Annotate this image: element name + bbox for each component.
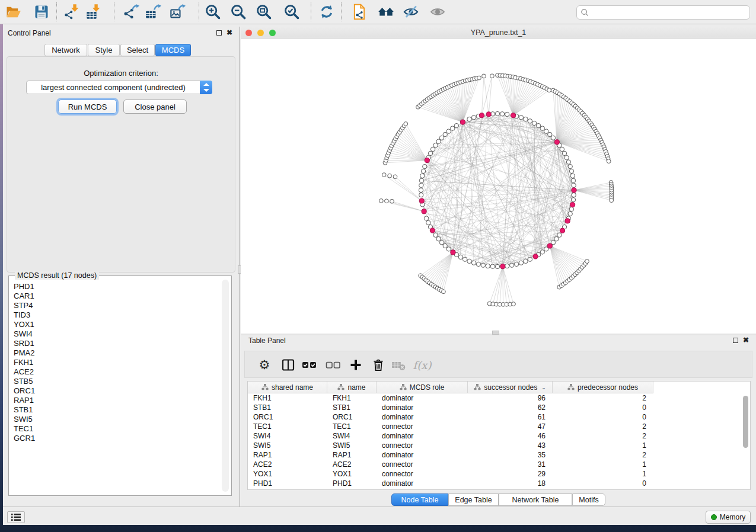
network-node[interactable] xyxy=(430,147,435,151)
network-node[interactable] xyxy=(446,129,451,133)
table-row-PHD1[interactable]: PHD1PHD1dominator180 xyxy=(248,479,750,488)
mcds-result-item[interactable]: STB5 xyxy=(14,377,221,386)
network-node[interactable] xyxy=(458,255,462,259)
network-node[interactable] xyxy=(519,261,523,265)
mcds-network-node[interactable] xyxy=(451,250,455,255)
mcds-network-node[interactable] xyxy=(460,120,465,124)
open-file-button[interactable] xyxy=(4,3,22,21)
network-node[interactable] xyxy=(379,199,383,203)
mcds-network-node[interactable] xyxy=(479,113,484,118)
mcds-network-node[interactable] xyxy=(511,113,516,118)
network-node[interactable] xyxy=(404,122,408,126)
run-mcds-button[interactable]: Run MCDS xyxy=(58,100,117,114)
mcds-network-node[interactable] xyxy=(554,140,559,145)
network-node[interactable] xyxy=(443,132,447,136)
network-node[interactable] xyxy=(540,126,544,130)
search-input[interactable] xyxy=(589,7,749,18)
split-view-icon[interactable] xyxy=(279,356,297,374)
network-node[interactable] xyxy=(554,237,559,241)
export-table-button[interactable] xyxy=(145,3,162,21)
hide-selected-button[interactable] xyxy=(402,3,420,21)
mcds-result-item[interactable]: GCR1 xyxy=(14,434,221,443)
mcds-network-node[interactable] xyxy=(560,228,564,233)
tab-network-table[interactable]: Network Table xyxy=(499,493,572,506)
network-node[interactable] xyxy=(419,183,423,187)
mcds-result-item[interactable]: ORC1 xyxy=(14,386,221,396)
network-node[interactable] xyxy=(564,155,569,159)
network-node[interactable] xyxy=(443,243,447,248)
mcds-result-list[interactable]: PHD1CAR1STP4TID3YOX1SWI4SRD1PMA2FKH1ACE2… xyxy=(10,282,221,494)
select-all-icon[interactable] xyxy=(301,356,318,374)
table-row-SWI4[interactable]: SWI4SWI4dominator462 xyxy=(248,431,750,441)
network-node[interactable] xyxy=(420,174,425,178)
table-row-STB1[interactable]: STB1STB1dominator620 xyxy=(248,403,750,412)
mcds-network-node[interactable] xyxy=(565,219,570,223)
table-row-SWI5[interactable]: SWI5SWI5connector431 xyxy=(248,441,750,450)
network-node[interactable] xyxy=(393,175,397,179)
mcds-result-item[interactable]: SWI4 xyxy=(14,329,221,339)
column-header-shared-name[interactable]: shared name xyxy=(248,382,327,393)
network-node[interactable] xyxy=(570,174,575,178)
network-node[interactable] xyxy=(568,211,572,216)
table-scrollbar-thumb[interactable] xyxy=(743,396,748,448)
network-node[interactable] xyxy=(512,302,516,306)
network-node[interactable] xyxy=(467,117,471,121)
network-node[interactable] xyxy=(566,160,570,164)
mcds-result-item[interactable]: PHD1 xyxy=(14,282,221,291)
network-node[interactable] xyxy=(476,262,480,266)
save-button[interactable] xyxy=(33,3,50,21)
tab-mcds[interactable]: MCDS xyxy=(155,44,191,56)
zoom-in-button[interactable] xyxy=(204,3,222,21)
mcds-result-item[interactable]: TID3 xyxy=(14,310,221,320)
mcds-result-item[interactable]: SWI5 xyxy=(14,415,221,424)
network-node[interactable] xyxy=(505,112,509,116)
network-node[interactable] xyxy=(490,74,495,78)
network-node[interactable] xyxy=(382,173,386,177)
network-node[interactable] xyxy=(454,123,458,127)
mcds-result-item[interactable]: SRD1 xyxy=(14,339,221,348)
network-node[interactable] xyxy=(571,178,575,182)
column-header-MCDS-role[interactable]: MCDS role xyxy=(377,382,468,393)
mcds-network-node[interactable] xyxy=(500,264,505,269)
column-header-predecessor-nodes[interactable]: predecessor nodes xyxy=(553,382,653,393)
mcds-result-item[interactable]: RAP1 xyxy=(14,396,221,405)
network-node[interactable] xyxy=(514,262,518,266)
search-box[interactable] xyxy=(576,5,750,20)
network-node[interactable] xyxy=(557,233,562,237)
mcds-result-item[interactable]: ACE2 xyxy=(14,367,221,377)
mcds-network-node[interactable] xyxy=(547,243,552,248)
task-history-button[interactable] xyxy=(7,511,25,523)
zoom-fit-button[interactable] xyxy=(255,3,273,21)
mcds-network-node[interactable] xyxy=(486,112,491,117)
mcds-result-item[interactable]: CAR1 xyxy=(14,291,221,301)
network-node[interactable] xyxy=(490,264,495,268)
mcds-network-node[interactable] xyxy=(533,254,538,259)
network-node[interactable] xyxy=(547,88,551,92)
network-node[interactable] xyxy=(524,259,528,263)
import-network-button[interactable] xyxy=(63,3,81,21)
mcds-result-item[interactable]: STP4 xyxy=(14,301,221,310)
table-row-TEC1[interactable]: TEC1TEC1connector472 xyxy=(248,422,750,431)
show-all-button[interactable] xyxy=(429,3,446,21)
network-node[interactable] xyxy=(471,116,476,120)
mcds-network-node[interactable] xyxy=(572,188,576,193)
network-node[interactable] xyxy=(571,198,575,202)
network-node[interactable] xyxy=(436,139,441,143)
refresh-button[interactable] xyxy=(318,3,336,21)
network-node[interactable] xyxy=(439,136,444,140)
network-node[interactable] xyxy=(610,198,614,203)
deselect-all-icon[interactable] xyxy=(324,356,342,374)
zoom-out-button[interactable] xyxy=(229,3,247,21)
network-node[interactable] xyxy=(471,261,476,265)
float-window-icon[interactable] xyxy=(216,30,222,36)
mcds-network-node[interactable] xyxy=(570,203,575,207)
network-node[interactable] xyxy=(524,117,528,121)
network-node[interactable] xyxy=(388,174,392,178)
table-row-FKH1[interactable]: FKH1FKH1dominator962 xyxy=(248,393,750,403)
network-node[interactable] xyxy=(433,143,438,148)
network-canvas[interactable] xyxy=(241,39,756,334)
tab-network[interactable]: Network xyxy=(44,44,87,56)
delete-row-icon[interactable] xyxy=(369,356,387,374)
network-node[interactable] xyxy=(426,220,430,225)
network-node[interactable] xyxy=(423,164,427,168)
